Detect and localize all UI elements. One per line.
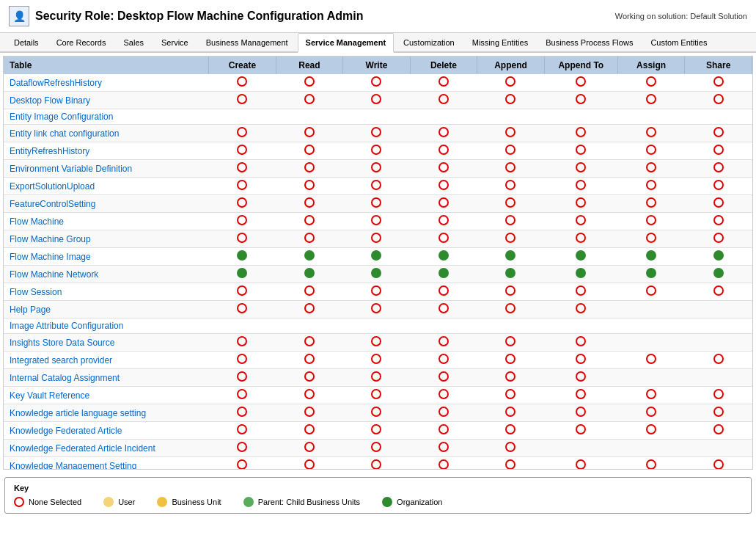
cell-assign[interactable]	[617, 457, 685, 470]
row-name[interactable]: Flow Machine	[4, 213, 209, 230]
cell-assign[interactable]	[617, 248, 685, 266]
row-name[interactable]: Flow Session	[4, 283, 209, 301]
cell-write[interactable]	[343, 352, 411, 369]
cell-append[interactable]	[477, 160, 545, 178]
cell-write[interactable]	[343, 283, 411, 301]
cell-create[interactable]	[209, 248, 276, 266]
cell-read[interactable]	[276, 230, 343, 248]
cell-delete[interactable]	[410, 404, 477, 422]
cell-delete[interactable]	[410, 283, 477, 301]
cell-read[interactable]	[276, 142, 343, 160]
cell-share[interactable]	[685, 125, 752, 142]
row-name[interactable]: Integrated search provider	[4, 352, 209, 369]
tab-core-records[interactable]: Core Records	[48, 33, 114, 51]
cell-append[interactable]	[477, 213, 545, 230]
row-name[interactable]: Knowledge Federated Article Incident	[4, 440, 209, 457]
cell-assign[interactable]	[617, 125, 685, 142]
cell-delete[interactable]	[410, 369, 477, 387]
row-name[interactable]: Image Attribute Configuration	[4, 318, 209, 334]
cell-write[interactable]	[343, 369, 411, 387]
cell-delete[interactable]	[410, 142, 477, 160]
row-name[interactable]: Internal Catalog Assignment	[4, 369, 209, 387]
cell-create[interactable]	[209, 283, 276, 301]
cell-append[interactable]	[477, 230, 545, 248]
cell-share[interactable]	[685, 160, 752, 178]
cell-write[interactable]	[343, 248, 411, 266]
cell-share[interactable]	[685, 213, 752, 230]
cell-share[interactable]	[685, 369, 752, 387]
cell-delete[interactable]	[410, 248, 477, 266]
cell-append[interactable]	[477, 248, 545, 266]
cell-appendTo[interactable]	[544, 369, 617, 387]
cell-delete[interactable]	[410, 213, 477, 230]
cell-create[interactable]	[209, 125, 276, 142]
row-name[interactable]: EntityRefreshHistory	[4, 142, 209, 160]
cell-share[interactable]	[685, 352, 752, 369]
cell-append[interactable]	[477, 301, 545, 318]
cell-write[interactable]	[343, 142, 411, 160]
cell-delete[interactable]	[410, 334, 477, 352]
cell-write[interactable]	[343, 195, 411, 213]
row-name[interactable]: ExportSolutionUpload	[4, 178, 209, 195]
cell-appendTo[interactable]	[544, 387, 617, 404]
cell-share[interactable]	[685, 404, 752, 422]
row-name[interactable]: Environment Variable Definition	[4, 160, 209, 178]
cell-create[interactable]	[209, 369, 276, 387]
cell-appendTo[interactable]	[544, 230, 617, 248]
row-name[interactable]: Desktop Flow Binary	[4, 92, 209, 109]
cell-appendTo[interactable]	[544, 334, 617, 352]
cell-appendTo[interactable]	[544, 178, 617, 195]
cell-read[interactable]	[276, 301, 343, 318]
cell-read[interactable]	[276, 369, 343, 387]
cell-delete[interactable]	[410, 422, 477, 440]
cell-write[interactable]	[343, 422, 411, 440]
row-name[interactable]: DataflowRefreshHistory	[4, 74, 209, 92]
cell-append[interactable]	[477, 74, 545, 92]
tab-service-management[interactable]: Service Management	[298, 33, 394, 53]
cell-write[interactable]	[343, 457, 411, 470]
cell-create[interactable]	[209, 352, 276, 369]
cell-delete[interactable]	[410, 195, 477, 213]
cell-delete[interactable]	[410, 160, 477, 178]
row-name[interactable]: Knowledge Management Setting	[4, 457, 209, 470]
cell-append[interactable]	[477, 195, 545, 213]
cell-appendTo[interactable]	[544, 125, 617, 142]
row-name[interactable]: Flow Machine Network	[4, 266, 209, 283]
cell-appendTo[interactable]	[544, 109, 617, 125]
cell-read[interactable]	[276, 404, 343, 422]
cell-read[interactable]	[276, 248, 343, 266]
cell-assign[interactable]	[617, 160, 685, 178]
cell-delete[interactable]	[410, 301, 477, 318]
cell-share[interactable]	[685, 248, 752, 266]
cell-share[interactable]	[685, 109, 752, 125]
cell-assign[interactable]	[617, 369, 685, 387]
cell-assign[interactable]	[617, 74, 685, 92]
row-name[interactable]: Flow Machine Image	[4, 248, 209, 266]
cell-assign[interactable]	[617, 178, 685, 195]
cell-share[interactable]	[685, 92, 752, 109]
cell-delete[interactable]	[410, 230, 477, 248]
cell-create[interactable]	[209, 422, 276, 440]
cell-read[interactable]	[276, 178, 343, 195]
cell-assign[interactable]	[617, 318, 685, 334]
cell-append[interactable]	[477, 178, 545, 195]
cell-share[interactable]	[685, 283, 752, 301]
cell-create[interactable]	[209, 160, 276, 178]
cell-delete[interactable]	[410, 125, 477, 142]
cell-delete[interactable]	[410, 109, 477, 125]
cell-share[interactable]	[685, 74, 752, 92]
cell-create[interactable]	[209, 457, 276, 470]
row-name[interactable]: Entity link chat configuration	[4, 125, 209, 142]
cell-append[interactable]	[477, 457, 545, 470]
tab-customization[interactable]: Customization	[395, 33, 463, 51]
cell-write[interactable]	[343, 387, 411, 404]
cell-read[interactable]	[276, 318, 343, 334]
row-name[interactable]: Entity Image Configuration	[4, 109, 209, 125]
cell-appendTo[interactable]	[544, 422, 617, 440]
cell-write[interactable]	[343, 318, 411, 334]
cell-append[interactable]	[477, 266, 545, 283]
cell-write[interactable]	[343, 404, 411, 422]
cell-read[interactable]	[276, 160, 343, 178]
cell-create[interactable]	[209, 213, 276, 230]
cell-write[interactable]	[343, 301, 411, 318]
